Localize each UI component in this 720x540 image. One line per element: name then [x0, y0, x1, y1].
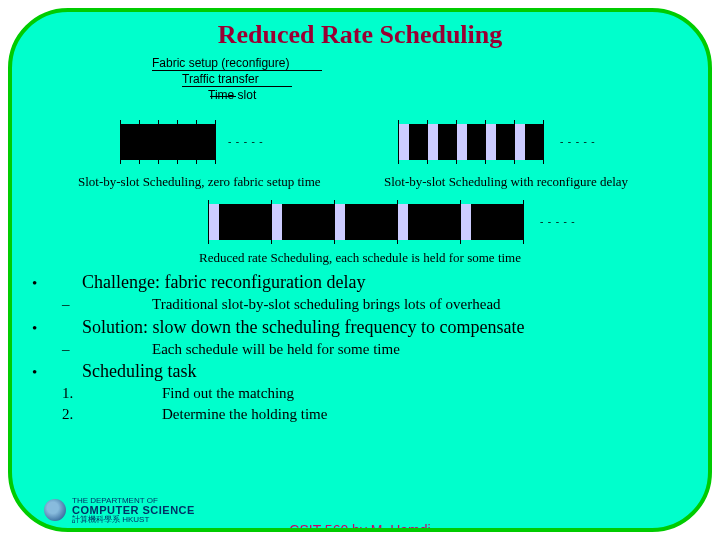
caption-bottom: Reduced rate Scheduling, each schedule i… [12, 250, 708, 266]
caption-right: Slot-by-slot Scheduling with reconfigure… [384, 174, 628, 190]
bullet-2a: –Each schedule will be held for some tim… [32, 339, 708, 359]
bullet-1: •Challenge: fabric reconfiguration delay [32, 270, 708, 294]
diagram-row-2: - - - - - [12, 200, 708, 246]
label-timeslot: Time slot [208, 88, 256, 102]
top-labels: Fabric setup (reconfigure) Traffic trans… [152, 56, 708, 116]
caption-row-1: Slot-by-slot Scheduling, zero fabric set… [12, 174, 708, 194]
timeslot-arrow [210, 96, 236, 97]
page-number: 71 [668, 522, 684, 532]
dots-left: - - - - - [228, 136, 264, 147]
diagram-zero-setup [120, 120, 216, 160]
diagram-row-1: - - - - - - - - - - [12, 120, 708, 170]
diagram-reduced-rate [208, 200, 524, 240]
label-fabric: Fabric setup (reconfigure) [152, 56, 322, 71]
logo-line3: 計算機科學系 HKUST [72, 516, 195, 524]
dept-logo: THE DEPARTMENT OF COMPUTER SCIENCE 計算機科學… [72, 497, 195, 524]
bullet-2: •Solution: slow down the scheduling freq… [32, 315, 708, 339]
bullet-3a: 1.Find out the matching [32, 383, 708, 403]
slide: Reduced Rate Scheduling Fabric setup (re… [8, 8, 712, 532]
diagram-with-delay [398, 120, 544, 160]
caption-left: Slot-by-slot Scheduling, zero fabric set… [78, 174, 321, 190]
bullet-1a: –Traditional slot-by-slot scheduling bri… [32, 294, 708, 314]
bullet-3: •Scheduling task [32, 359, 708, 383]
dots-bottom: - - - - - [540, 216, 576, 227]
footer-center: CSIT 560 by M. Hamdi [289, 522, 430, 532]
dots-right: - - - - - [560, 136, 596, 147]
label-traffic: Traffic transfer [182, 72, 292, 87]
bullet-3b: 2.Determine the holding time [32, 404, 708, 424]
slide-title: Reduced Rate Scheduling [12, 20, 708, 50]
bullet-list: •Challenge: fabric reconfiguration delay… [32, 270, 708, 424]
